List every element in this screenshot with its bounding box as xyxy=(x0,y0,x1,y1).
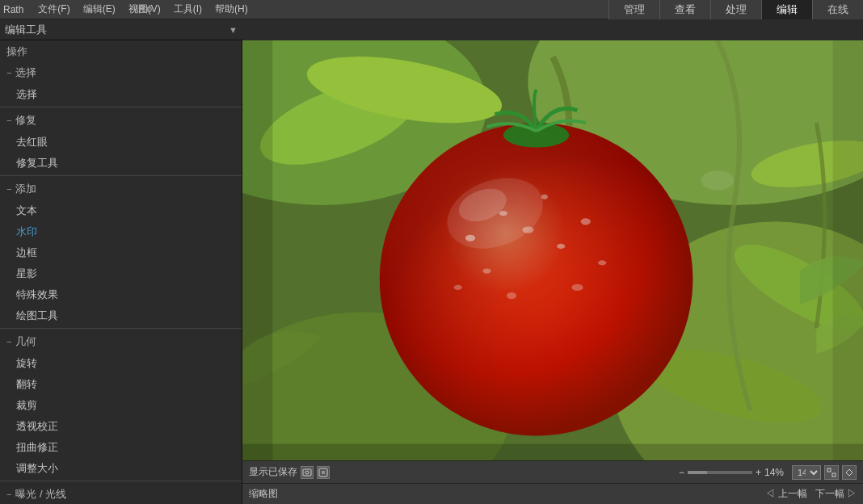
section-add-label: 添加 xyxy=(15,182,36,196)
section-select-label: 选择 xyxy=(15,65,36,80)
item-repair-tool[interactable]: 修复工具 xyxy=(0,153,242,174)
thumbnail-nav: ◁ 上一幅 下一幅 ▷ xyxy=(765,487,857,501)
section-repair-header[interactable]: − 修复 xyxy=(0,109,242,132)
item-redeye[interactable]: 去红眼 xyxy=(0,132,242,153)
toolbar-header: 编辑工具 ▼ xyxy=(0,19,242,40)
divider-3 xyxy=(0,328,242,329)
image-statusbar: 显示已保存 − xyxy=(242,460,863,483)
section-exposure-label: 曝光 / 光线 xyxy=(15,487,66,502)
collapse-exposure-icon: − xyxy=(6,489,11,499)
zoom-value: 14% xyxy=(764,467,789,478)
section-geometry-header[interactable]: − 几何 xyxy=(0,330,242,353)
fit-icon-btn[interactable] xyxy=(824,465,839,480)
zoom-select[interactable]: 14% 25% 50% 100% xyxy=(792,465,821,480)
statusbar-left: 显示已保存 xyxy=(249,465,674,479)
divider-4 xyxy=(0,481,242,481)
collapse-geometry-icon: − xyxy=(6,337,11,346)
show-saved-label: 显示已保存 xyxy=(249,465,297,479)
item-draw-tool[interactable]: 绘图工具 xyxy=(0,305,242,326)
toolbar-title: 编辑工具 xyxy=(5,23,47,37)
section-exposure-header[interactable]: − 曝光 / 光线 xyxy=(0,483,242,504)
item-distort[interactable]: 扭曲修正 xyxy=(0,437,242,458)
next-image-btn[interactable]: 下一幅 ▷ xyxy=(815,487,857,501)
expand-icon-btn[interactable] xyxy=(842,465,857,480)
item-select[interactable]: 选择 xyxy=(0,84,242,105)
collapse-repair-icon: − xyxy=(6,116,11,125)
top-nav: 管理 查看 处理 编辑 在线 xyxy=(608,0,863,19)
thumbnail-label: 缩略图 xyxy=(249,487,278,501)
save-icon-btn[interactable] xyxy=(301,466,314,479)
divider-2 xyxy=(0,175,242,176)
menu-file[interactable]: 文件(F) xyxy=(32,1,76,18)
main-layout: 操作 − 选择 选择 − 修复 去红眼 修复工具 − 添加 文本 水印 xyxy=(0,40,863,504)
menu-edit[interactable]: 编辑(E) xyxy=(77,1,122,18)
content-area: 显示已保存 − xyxy=(242,40,863,504)
divider-1 xyxy=(0,107,242,107)
menu-tools[interactable]: 工具(I) xyxy=(167,1,208,18)
tab-online[interactable]: 在线 xyxy=(812,0,863,19)
item-crop[interactable]: 裁剪 xyxy=(0,395,242,416)
item-shadow[interactable]: 星影 xyxy=(0,263,242,284)
zoom-slider-track xyxy=(688,471,707,474)
toolbar-dropdown-arrow[interactable]: ▼ xyxy=(229,25,238,35)
item-resize[interactable]: 调整大小 xyxy=(0,458,242,479)
svg-rect-29 xyxy=(242,40,272,460)
svg-rect-30 xyxy=(833,40,863,460)
tab-manage[interactable]: 管理 xyxy=(608,0,659,19)
tab-edit[interactable]: 编辑 xyxy=(761,0,812,19)
item-flip[interactable]: 翻转 xyxy=(0,374,242,395)
svg-rect-38 xyxy=(832,473,836,477)
section-repair-label: 修复 xyxy=(15,113,36,128)
sidebar-scroll[interactable]: 操作 − 选择 选择 − 修复 去红眼 修复工具 − 添加 文本 水印 xyxy=(0,40,242,504)
sidebar: 操作 − 选择 选择 − 修复 去红眼 修复工具 − 添加 文本 水印 xyxy=(0,40,242,504)
item-special-fx[interactable]: 特殊效果 xyxy=(0,284,242,305)
item-text[interactable]: 文本 xyxy=(0,200,242,221)
svg-point-33 xyxy=(305,471,309,474)
collapse-add-icon: − xyxy=(6,184,11,194)
thumbnail-bar: 缩略图 ◁ 上一幅 下一幅 ▷ xyxy=(242,483,863,504)
tab-process[interactable]: 处理 xyxy=(710,0,761,19)
item-rotate[interactable]: 旋转 xyxy=(0,353,242,374)
zoom-plus[interactable]: + xyxy=(756,467,761,478)
zoom-minus[interactable]: − xyxy=(679,467,684,478)
tab-view[interactable]: 查看 xyxy=(659,0,710,19)
app-title: IRo xyxy=(136,2,152,15)
tomato-image xyxy=(242,40,863,460)
info-icon-btn[interactable] xyxy=(317,466,330,479)
svg-rect-37 xyxy=(827,468,831,472)
section-geometry-label: 几何 xyxy=(15,334,36,349)
section-add-header[interactable]: − 添加 xyxy=(0,178,242,200)
section-operations-header: 操作 xyxy=(0,40,242,61)
window-title: Rath xyxy=(3,4,23,15)
item-watermark[interactable]: 水印 xyxy=(0,221,242,242)
top-menu-bar: Rath 文件(F) 编辑(E) 视图(V) 工具(I) 帮助(H) IRo 管… xyxy=(0,0,863,19)
svg-rect-28 xyxy=(242,40,863,460)
svg-rect-34 xyxy=(319,468,327,477)
statusbar-right: − + 14% 14% 25% 50% 100% xyxy=(679,465,857,480)
image-view xyxy=(242,40,863,460)
collapse-select-icon: − xyxy=(6,68,11,78)
svg-rect-31 xyxy=(242,444,863,460)
section-select-header[interactable]: − 选择 xyxy=(0,61,242,84)
item-border[interactable]: 边框 xyxy=(0,242,242,263)
zoom-slider[interactable] xyxy=(688,471,752,474)
prev-image-btn[interactable]: ◁ 上一幅 xyxy=(765,487,806,501)
svg-rect-32 xyxy=(303,469,311,476)
item-perspective[interactable]: 透视校正 xyxy=(0,416,242,437)
menu-help[interactable]: 帮助(H) xyxy=(208,1,255,18)
